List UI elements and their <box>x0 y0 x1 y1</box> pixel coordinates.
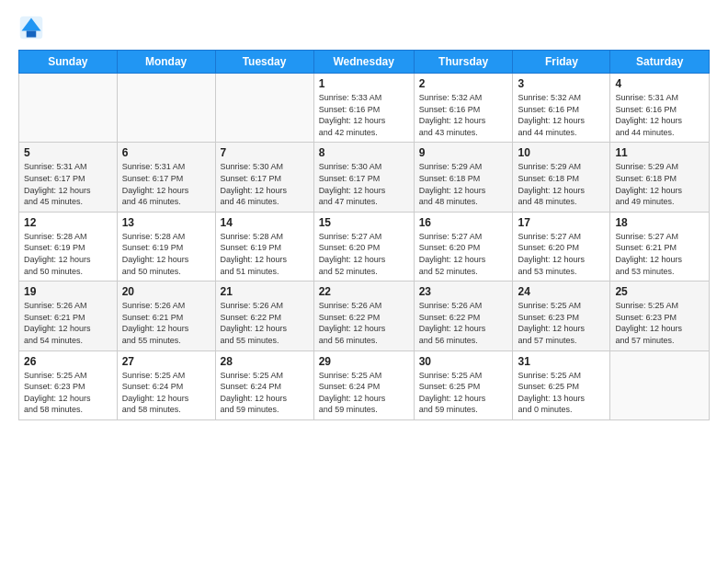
calendar-cell: 30Sunrise: 5:25 AM Sunset: 6:25 PM Dayli… <box>414 350 513 419</box>
calendar-cell <box>19 74 118 143</box>
calendar-cell: 26Sunrise: 5:25 AM Sunset: 6:23 PM Dayli… <box>19 350 118 419</box>
day-number: 15 <box>319 216 409 229</box>
calendar-cell: 21Sunrise: 5:26 AM Sunset: 6:22 PM Dayli… <box>215 282 313 350</box>
day-info: Sunrise: 5:25 AM Sunset: 6:23 PM Dayligh… <box>615 300 704 346</box>
day-info: Sunrise: 5:30 AM Sunset: 6:17 PM Dayligh… <box>221 161 309 207</box>
day-header-tuesday: Tuesday <box>215 51 313 74</box>
week-row: 1Sunrise: 5:33 AM Sunset: 6:16 PM Daylig… <box>19 74 710 143</box>
day-info: Sunrise: 5:31 AM Sunset: 6:16 PM Dayligh… <box>615 92 704 138</box>
day-info: Sunrise: 5:28 AM Sunset: 6:19 PM Dayligh… <box>221 231 309 277</box>
week-row: 19Sunrise: 5:26 AM Sunset: 6:21 PM Dayli… <box>19 282 710 350</box>
day-number: 27 <box>122 355 210 368</box>
calendar-cell <box>215 74 313 143</box>
day-info: Sunrise: 5:25 AM Sunset: 6:23 PM Dayligh… <box>518 300 605 346</box>
calendar-cell: 14Sunrise: 5:28 AM Sunset: 6:19 PM Dayli… <box>215 212 313 281</box>
day-header-wednesday: Wednesday <box>313 51 414 74</box>
header <box>18 15 710 40</box>
day-number: 2 <box>419 77 508 90</box>
day-info: Sunrise: 5:31 AM Sunset: 6:17 PM Dayligh… <box>122 161 210 207</box>
day-info: Sunrise: 5:25 AM Sunset: 6:25 PM Dayligh… <box>419 370 508 416</box>
day-info: Sunrise: 5:32 AM Sunset: 6:16 PM Dayligh… <box>518 92 605 138</box>
day-info: Sunrise: 5:27 AM Sunset: 6:20 PM Dayligh… <box>319 231 409 277</box>
day-info: Sunrise: 5:27 AM Sunset: 6:21 PM Dayligh… <box>615 231 704 277</box>
calendar: SundayMondayTuesdayWednesdayThursdayFrid… <box>18 50 710 420</box>
day-info: Sunrise: 5:29 AM Sunset: 6:18 PM Dayligh… <box>615 161 704 207</box>
calendar-cell: 11Sunrise: 5:29 AM Sunset: 6:18 PM Dayli… <box>610 143 710 212</box>
calendar-cell: 9Sunrise: 5:29 AM Sunset: 6:18 PM Daylig… <box>414 143 513 212</box>
day-info: Sunrise: 5:25 AM Sunset: 6:23 PM Dayligh… <box>24 370 112 416</box>
day-number: 29 <box>319 355 409 368</box>
day-info: Sunrise: 5:25 AM Sunset: 6:24 PM Dayligh… <box>221 370 309 416</box>
calendar-cell: 12Sunrise: 5:28 AM Sunset: 6:19 PM Dayli… <box>19 212 118 281</box>
day-info: Sunrise: 5:29 AM Sunset: 6:18 PM Dayligh… <box>518 161 605 207</box>
week-row: 12Sunrise: 5:28 AM Sunset: 6:19 PM Dayli… <box>19 212 710 281</box>
day-number: 18 <box>615 216 704 229</box>
logo-icon <box>18 15 44 40</box>
day-number: 28 <box>221 355 309 368</box>
day-info: Sunrise: 5:26 AM Sunset: 6:22 PM Dayligh… <box>221 300 309 346</box>
calendar-cell: 17Sunrise: 5:27 AM Sunset: 6:20 PM Dayli… <box>513 212 610 281</box>
calendar-cell: 6Sunrise: 5:31 AM Sunset: 6:17 PM Daylig… <box>117 143 215 212</box>
day-info: Sunrise: 5:25 AM Sunset: 6:25 PM Dayligh… <box>518 370 605 416</box>
day-number: 17 <box>518 216 605 229</box>
day-number: 1 <box>319 77 409 90</box>
day-number: 11 <box>615 146 704 159</box>
calendar-cell: 13Sunrise: 5:28 AM Sunset: 6:19 PM Dayli… <box>117 212 215 281</box>
calendar-cell: 31Sunrise: 5:25 AM Sunset: 6:25 PM Dayli… <box>513 350 610 419</box>
calendar-cell: 4Sunrise: 5:31 AM Sunset: 6:16 PM Daylig… <box>610 74 710 143</box>
day-info: Sunrise: 5:26 AM Sunset: 6:22 PM Dayligh… <box>319 300 409 346</box>
day-info: Sunrise: 5:28 AM Sunset: 6:19 PM Dayligh… <box>24 231 112 277</box>
day-number: 8 <box>319 146 409 159</box>
day-number: 13 <box>122 216 210 229</box>
calendar-cell: 24Sunrise: 5:25 AM Sunset: 6:23 PM Dayli… <box>513 282 610 350</box>
calendar-cell: 1Sunrise: 5:33 AM Sunset: 6:16 PM Daylig… <box>313 74 414 143</box>
day-info: Sunrise: 5:27 AM Sunset: 6:20 PM Dayligh… <box>518 231 605 277</box>
calendar-cell: 15Sunrise: 5:27 AM Sunset: 6:20 PM Dayli… <box>313 212 414 281</box>
day-number: 25 <box>615 285 704 298</box>
day-number: 10 <box>518 146 605 159</box>
calendar-cell: 29Sunrise: 5:25 AM Sunset: 6:24 PM Dayli… <box>313 350 414 419</box>
logo <box>18 15 48 40</box>
day-number: 31 <box>518 355 605 368</box>
calendar-cell: 23Sunrise: 5:26 AM Sunset: 6:22 PM Dayli… <box>414 282 513 350</box>
calendar-cell <box>610 350 710 419</box>
day-number: 3 <box>518 77 605 90</box>
calendar-cell: 2Sunrise: 5:32 AM Sunset: 6:16 PM Daylig… <box>414 74 513 143</box>
day-info: Sunrise: 5:29 AM Sunset: 6:18 PM Dayligh… <box>419 161 508 207</box>
calendar-body: 1Sunrise: 5:33 AM Sunset: 6:16 PM Daylig… <box>19 74 710 420</box>
day-info: Sunrise: 5:25 AM Sunset: 6:24 PM Dayligh… <box>122 370 210 416</box>
calendar-cell: 20Sunrise: 5:26 AM Sunset: 6:21 PM Dayli… <box>117 282 215 350</box>
day-header-friday: Friday <box>513 51 610 74</box>
calendar-cell: 3Sunrise: 5:32 AM Sunset: 6:16 PM Daylig… <box>513 74 610 143</box>
day-header-saturday: Saturday <box>610 51 710 74</box>
day-info: Sunrise: 5:26 AM Sunset: 6:21 PM Dayligh… <box>24 300 112 346</box>
week-row: 26Sunrise: 5:25 AM Sunset: 6:23 PM Dayli… <box>19 350 710 419</box>
day-info: Sunrise: 5:26 AM Sunset: 6:21 PM Dayligh… <box>122 300 210 346</box>
calendar-cell: 5Sunrise: 5:31 AM Sunset: 6:17 PM Daylig… <box>19 143 118 212</box>
day-number: 30 <box>419 355 508 368</box>
day-number: 14 <box>221 216 309 229</box>
day-info: Sunrise: 5:32 AM Sunset: 6:16 PM Dayligh… <box>419 92 508 138</box>
calendar-cell: 27Sunrise: 5:25 AM Sunset: 6:24 PM Dayli… <box>117 350 215 419</box>
calendar-cell: 25Sunrise: 5:25 AM Sunset: 6:23 PM Dayli… <box>610 282 710 350</box>
day-number: 19 <box>24 285 112 298</box>
day-info: Sunrise: 5:31 AM Sunset: 6:17 PM Dayligh… <box>24 161 112 207</box>
week-row: 5Sunrise: 5:31 AM Sunset: 6:17 PM Daylig… <box>19 143 710 212</box>
day-number: 24 <box>518 285 605 298</box>
day-info: Sunrise: 5:27 AM Sunset: 6:20 PM Dayligh… <box>419 231 508 277</box>
day-header-monday: Monday <box>117 51 215 74</box>
calendar-cell: 16Sunrise: 5:27 AM Sunset: 6:20 PM Dayli… <box>414 212 513 281</box>
day-number: 16 <box>419 216 508 229</box>
day-info: Sunrise: 5:28 AM Sunset: 6:19 PM Dayligh… <box>122 231 210 277</box>
day-number: 5 <box>24 146 112 159</box>
svg-rect-2 <box>27 31 37 38</box>
header-row: SundayMondayTuesdayWednesdayThursdayFrid… <box>19 51 710 74</box>
calendar-cell: 22Sunrise: 5:26 AM Sunset: 6:22 PM Dayli… <box>313 282 414 350</box>
day-info: Sunrise: 5:33 AM Sunset: 6:16 PM Dayligh… <box>319 92 409 138</box>
day-number: 22 <box>319 285 409 298</box>
day-number: 21 <box>221 285 309 298</box>
day-header-thursday: Thursday <box>414 51 513 74</box>
day-number: 20 <box>122 285 210 298</box>
day-number: 9 <box>419 146 508 159</box>
calendar-cell <box>117 74 215 143</box>
